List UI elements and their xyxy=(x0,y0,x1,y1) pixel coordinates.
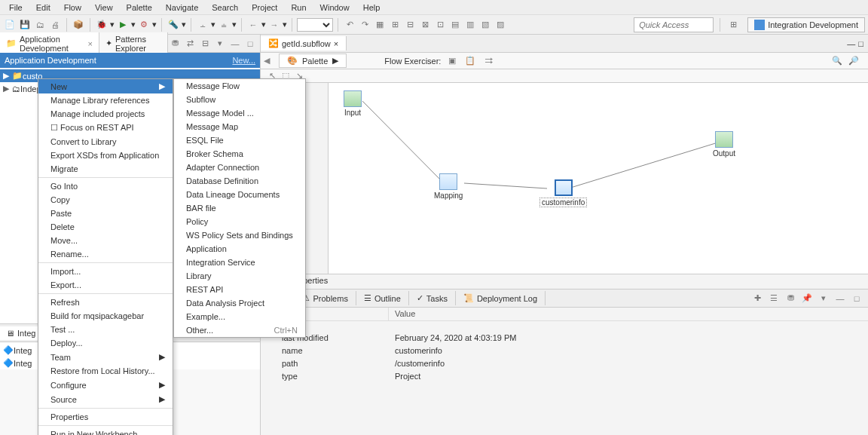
new-link[interactable]: New... xyxy=(232,56,255,65)
filter-icon[interactable]: ⛃ xyxy=(784,292,797,305)
quick-access-input[interactable] xyxy=(634,17,714,32)
new-ws-policy-sets-and-bindings[interactable]: WS Policy Sets and Bindings xyxy=(174,228,305,242)
ctx-move-[interactable]: Move... xyxy=(38,234,173,247)
ctx-focus-on-rest-api[interactable]: ☐ Focus on REST API xyxy=(38,121,173,135)
new-data-lineage-documents[interactable]: Data Lineage Documents xyxy=(174,188,305,201)
stop-icon[interactable]: ⮆ xyxy=(481,54,495,68)
new-subflow[interactable]: Subflow xyxy=(174,93,305,106)
ctx-source[interactable]: Source▶ xyxy=(38,392,173,406)
node-output[interactable]: Output xyxy=(713,131,735,158)
saveall-icon[interactable]: 🗂 xyxy=(33,18,47,32)
ctx-delete[interactable]: Delete xyxy=(38,220,173,234)
new-message-flow[interactable]: Message Flow xyxy=(174,79,305,93)
ctx-restore-from-local-history-[interactable]: Restore from Local History... xyxy=(38,364,173,378)
editor-tab-getid[interactable]: 🔀 getId.subflow × xyxy=(261,36,347,51)
minimize-icon[interactable]: — xyxy=(228,37,242,51)
minimize-icon[interactable]: — xyxy=(847,39,855,48)
menu-project[interactable]: Project xyxy=(246,2,283,14)
ctx-configure[interactable]: Configure▶ xyxy=(38,378,173,392)
ctx-test-[interactable]: Test ... xyxy=(38,323,173,336)
zoom-select[interactable] xyxy=(297,18,333,32)
menu-palette[interactable]: Palette xyxy=(121,2,158,14)
tab-app-development[interactable]: 📁 Application Development × xyxy=(0,32,99,55)
menu-search[interactable]: Search xyxy=(206,2,244,14)
new-message-map[interactable]: Message Map xyxy=(174,120,305,133)
maximize-icon[interactable]: □ xyxy=(243,37,257,51)
ctx-manage-library-references[interactable]: Manage Library references xyxy=(38,93,173,107)
categories-icon[interactable]: ☰ xyxy=(767,292,781,305)
menu-run[interactable]: Run xyxy=(285,2,312,14)
ctx-properties[interactable]: Properties xyxy=(38,410,173,424)
new-icon[interactable]: 📄 xyxy=(3,18,17,32)
ctx-new[interactable]: New▶ xyxy=(38,79,173,93)
prop-row[interactable]: typeProject xyxy=(261,371,868,384)
prop-row[interactable]: last modifiedFebruary 24, 2020 at 4:03:1… xyxy=(261,332,868,345)
align-icon[interactable]: ⫠ xyxy=(196,18,209,32)
zoom-in-icon[interactable]: 🔍 xyxy=(830,54,844,68)
menu-navigate[interactable]: Navigate xyxy=(160,2,204,14)
layout1-icon[interactable]: ⊞ xyxy=(388,18,402,32)
ctx-rename-[interactable]: Rename... xyxy=(38,247,173,261)
ctx-export-[interactable]: Export... xyxy=(38,278,173,292)
distribute-icon[interactable]: ⫨ xyxy=(217,18,231,32)
filter-icon[interactable]: ⛃ xyxy=(168,37,182,51)
menu-view[interactable]: View xyxy=(89,2,119,14)
menu-file[interactable]: File xyxy=(3,2,29,14)
run-dropdown[interactable]: ▾ xyxy=(131,20,136,29)
prop-group-artifact[interactable]: ▾ Artifact xyxy=(261,321,868,332)
layout5-icon[interactable]: ▤ xyxy=(448,18,462,32)
ctx-go-into[interactable]: Go Into xyxy=(38,179,173,193)
new-bar-file[interactable]: BAR file xyxy=(174,201,305,215)
tab-outline[interactable]: ☰ Outline xyxy=(356,291,409,305)
layout3-icon[interactable]: ⊠ xyxy=(418,18,432,32)
close-icon[interactable]: × xyxy=(88,39,93,48)
new-esql-file[interactable]: ESQL File xyxy=(174,133,305,147)
new-other-[interactable]: Other...Ctrl+N xyxy=(174,323,305,337)
debug-dropdown[interactable]: ▾ xyxy=(110,20,115,29)
close-icon[interactable]: × xyxy=(334,39,338,48)
menu-edit[interactable]: Edit xyxy=(30,2,57,14)
expand-icon[interactable]: ▶ xyxy=(3,84,12,93)
layout8-icon[interactable]: ▨ xyxy=(494,18,507,32)
collapse-icon[interactable]: ⊟ xyxy=(198,37,212,51)
record-icon[interactable]: ▣ xyxy=(445,54,459,68)
chevron-right-icon[interactable]: ▶ xyxy=(332,56,338,66)
grid-icon[interactable]: ▦ xyxy=(373,18,387,32)
menu-help[interactable]: Help xyxy=(357,2,387,14)
node-customerinfo[interactable]: customerinfo xyxy=(539,179,587,207)
node-mapping[interactable]: Mapping xyxy=(434,173,463,200)
zoom-out-icon[interactable]: 🔎 xyxy=(847,54,860,68)
maximize-icon[interactable]: □ xyxy=(850,292,863,305)
prop-row[interactable]: path/customerinfo xyxy=(261,358,868,371)
new-adapter-connection[interactable]: Adapter Connection xyxy=(174,161,305,174)
ctx-team[interactable]: Team▶ xyxy=(38,350,173,364)
search-icon[interactable]: 🔦 xyxy=(167,18,180,32)
prop-row[interactable]: namecustomerinfo xyxy=(261,345,868,358)
new-data-analysis-project[interactable]: Data Analysis Project xyxy=(174,296,305,310)
new-rest-api[interactable]: REST API xyxy=(174,283,305,296)
ext-tool-icon[interactable]: ⚙ xyxy=(137,18,151,32)
new-database-definition[interactable]: Database Definition xyxy=(174,174,305,188)
flow-canvas[interactable]: Input Mapping customerinfo Output xyxy=(329,83,868,274)
ctx-import-[interactable]: Import... xyxy=(38,265,173,278)
tab-tasks[interactable]: ✓ Tasks xyxy=(409,291,456,305)
maximize-icon[interactable]: □ xyxy=(858,39,863,48)
undo-icon[interactable]: ↶ xyxy=(343,18,356,32)
node-input[interactable]: Input xyxy=(344,90,362,117)
expand-icon[interactable]: ▶ xyxy=(3,71,12,81)
fwd-icon[interactable]: → xyxy=(267,18,281,32)
ctx-refresh[interactable]: Refresh xyxy=(38,296,173,309)
deploy-icon[interactable]: 📦 xyxy=(72,18,85,32)
layout4-icon[interactable]: ⊡ xyxy=(433,18,447,32)
save-icon[interactable]: 💾 xyxy=(18,18,32,32)
tab-patterns-explorer[interactable]: ✦ Patterns Explorer xyxy=(99,32,168,55)
new-example-[interactable]: Example... xyxy=(174,310,305,323)
palette-collapse-icon[interactable]: ◀ xyxy=(261,56,273,66)
menu-icon[interactable]: ▾ xyxy=(213,37,227,51)
col-value[interactable]: Value xyxy=(389,308,868,320)
perspective-button[interactable]: Integration Development xyxy=(747,17,865,32)
palette-header[interactable]: 🎨 Palette ▶ xyxy=(279,54,347,68)
run-icon[interactable]: ▶ xyxy=(116,18,130,32)
new-library[interactable]: Library xyxy=(174,269,305,283)
debug-icon[interactable]: 🐞 xyxy=(95,18,108,32)
